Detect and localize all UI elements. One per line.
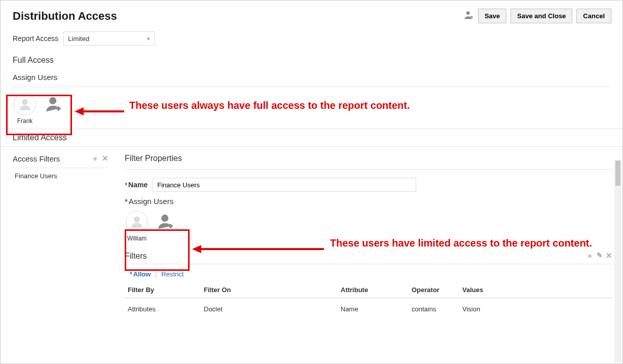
- col-filter-on: Filter On: [201, 282, 338, 298]
- lower-region: Access Filters ＋ ✕ Finance Users Filter …: [1, 147, 622, 354]
- user-avatar-frank[interactable]: Frank: [14, 93, 36, 125]
- filter-table: Filter By Filter On Attribute Operator V…: [125, 282, 612, 322]
- filters-heading: Filters: [125, 252, 147, 261]
- avatar-icon: [14, 93, 36, 115]
- user-plus-icon[interactable]: [464, 10, 474, 22]
- access-filters-header: Access Filters ＋ ✕: [13, 152, 108, 168]
- report-access-value: Limited: [68, 35, 89, 43]
- svg-point-2: [22, 99, 28, 105]
- col-operator: Operator: [409, 282, 459, 298]
- assign-users-heading-2: *Assign Users: [125, 197, 612, 206]
- add-rule-icon[interactable]: ＋: [586, 251, 594, 261]
- edit-rule-icon[interactable]: ✎: [597, 251, 603, 261]
- tab-allow[interactable]: *Allow: [125, 269, 156, 279]
- save-button[interactable]: Save: [478, 9, 506, 23]
- name-label: Name: [128, 181, 148, 189]
- cell-values: Vision: [459, 298, 612, 322]
- add-user-button[interactable]: [45, 95, 63, 113]
- avatar-icon: [126, 211, 148, 233]
- remove-filter-icon[interactable]: ✕: [102, 154, 108, 164]
- filters-bar: Filters ＋ ✎ ✕: [125, 248, 612, 264]
- cell-filter-on: Doclet: [201, 298, 338, 322]
- access-filters-pane: Access Filters ＋ ✕ Finance Users: [1, 147, 115, 354]
- cancel-button[interactable]: Cancel: [576, 9, 611, 23]
- name-row: *Name: [125, 178, 612, 192]
- cell-operator: contains: [409, 298, 459, 322]
- svg-point-5: [161, 215, 168, 222]
- col-attribute: Attribute: [338, 282, 409, 298]
- scrollbar[interactable]: [614, 160, 621, 362]
- page-header: Distribution Access Save Save and Close …: [1, 1, 622, 28]
- report-access-row: Report Access Limited ▾: [13, 31, 610, 46]
- required-star: *Name: [125, 181, 148, 189]
- filter-properties-heading: Filter Properties: [125, 152, 612, 170]
- delete-rule-icon[interactable]: ✕: [606, 251, 612, 261]
- header-actions: Save Save and Close Cancel: [464, 9, 611, 23]
- chevron-down-icon: ▾: [147, 35, 150, 42]
- assign-users-heading: Assign Users: [13, 68, 610, 87]
- add-user-button-2[interactable]: [157, 213, 175, 231]
- limited-access-users: William: [125, 207, 612, 246]
- user-name-label: William: [126, 235, 148, 242]
- col-filter-by: Filter By: [125, 282, 201, 298]
- filter-name-input[interactable]: [153, 178, 416, 192]
- save-and-close-button[interactable]: Save and Close: [510, 9, 572, 23]
- add-filter-icon[interactable]: ＋: [91, 154, 99, 164]
- filter-tabs: *Allow Restrict: [125, 269, 612, 279]
- user-avatar-william[interactable]: William: [126, 211, 148, 242]
- svg-point-0: [466, 12, 470, 15]
- filter-properties-pane: Filter Properties *Name *Assign Users Wi…: [115, 147, 622, 354]
- report-access-select[interactable]: Limited ▾: [63, 31, 155, 46]
- report-access-label: Report Access: [13, 34, 58, 43]
- limited-access-heading: Limited Access: [1, 129, 622, 147]
- full-access-users: Frank: [13, 87, 610, 129]
- page-title: Distribution Access: [13, 10, 117, 23]
- cell-filter-by: Attributes: [125, 298, 201, 322]
- svg-point-3: [49, 97, 56, 104]
- filter-list-item[interactable]: Finance Users: [13, 168, 108, 184]
- svg-point-4: [134, 217, 140, 223]
- col-values: Values: [459, 282, 612, 298]
- table-row[interactable]: Attributes Doclet Name contains Vision: [125, 298, 612, 322]
- user-name-label: Frank: [14, 117, 36, 125]
- full-access-heading: Full Access: [13, 53, 610, 68]
- cell-attribute: Name: [338, 298, 409, 322]
- tab-restrict[interactable]: Restrict: [156, 269, 189, 279]
- access-filters-title: Access Filters: [13, 154, 60, 163]
